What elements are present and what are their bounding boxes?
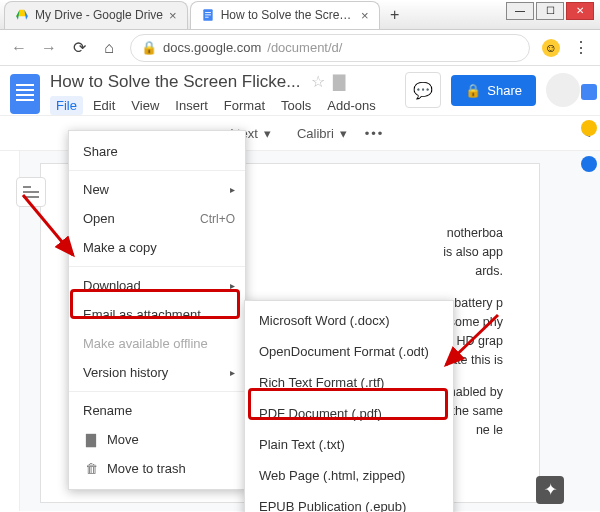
lock-icon: 🔒 — [465, 83, 481, 98]
file-menu-dropdown: Share New▸ OpenCtrl+O Make a copy Downlo… — [68, 130, 246, 490]
keep-icon[interactable] — [581, 120, 597, 136]
menu-item-new[interactable]: New▸ — [69, 175, 245, 204]
download-submenu: Microsoft Word (.docx) OpenDocument Form… — [244, 300, 454, 512]
docs-app-icon[interactable] — [10, 74, 40, 114]
menu-item-rename[interactable]: Rename — [69, 396, 245, 425]
profile-icon[interactable]: ☺ — [542, 39, 560, 57]
menu-item-trash[interactable]: 🗑Move to trash — [69, 454, 245, 483]
forward-button[interactable]: → — [40, 39, 58, 57]
outline-button[interactable] — [16, 177, 46, 207]
submenu-item-rtf[interactable]: Rich Text Format (.rtf) — [245, 367, 453, 398]
account-avatar[interactable] — [546, 73, 580, 107]
reload-button[interactable]: ⟳ — [70, 38, 88, 57]
address-bar: ← → ⟳ ⌂ 🔒 docs.google.com/document/d/ ☺ … — [0, 30, 600, 66]
close-icon[interactable]: × — [361, 8, 369, 23]
share-button[interactable]: 🔒 Share — [451, 75, 536, 106]
more-icon[interactable]: ••• — [365, 126, 385, 141]
window-controls: — ☐ ✕ — [506, 2, 594, 20]
chevron-right-icon: ▸ — [230, 367, 235, 378]
menu-bar: File Edit View Insert Format Tools Add-o… — [50, 96, 395, 115]
back-button[interactable]: ← — [10, 39, 28, 57]
menu-item-make-copy[interactable]: Make a copy — [69, 233, 245, 262]
calendar-icon[interactable] — [581, 84, 597, 100]
folder-icon[interactable]: ▇ — [333, 73, 345, 90]
menu-item-email[interactable]: Email as attachment — [69, 300, 245, 329]
new-tab-button[interactable]: + — [382, 2, 408, 28]
menu-item-open[interactable]: OpenCtrl+O — [69, 204, 245, 233]
svg-rect-4 — [205, 12, 211, 13]
menu-format[interactable]: Format — [218, 96, 271, 115]
url-path: /document/d/ — [267, 40, 342, 55]
chevron-down-icon: ▾ — [264, 126, 271, 141]
submenu-item-txt[interactable]: Plain Text (.txt) — [245, 429, 453, 460]
submenu-item-html[interactable]: Web Page (.html, zipped) — [245, 460, 453, 491]
folder-icon: ▇ — [83, 432, 99, 447]
tab-title: How to Solve the Screen Flick — [221, 8, 355, 22]
maximize-button[interactable]: ☐ — [536, 2, 564, 20]
share-label: Share — [487, 83, 522, 98]
submenu-item-docx[interactable]: Microsoft Word (.docx) — [245, 305, 453, 336]
menu-item-version-history[interactable]: Version history▸ — [69, 358, 245, 387]
minimize-button[interactable]: — — [506, 2, 534, 20]
menu-item-move[interactable]: ▇Move — [69, 425, 245, 454]
menu-icon[interactable]: ⋮ — [572, 38, 590, 57]
comments-button[interactable]: 💬 — [405, 72, 441, 108]
chevron-right-icon: ▸ — [230, 280, 235, 291]
tab-title: My Drive - Google Drive — [35, 8, 163, 22]
browser-tab-drive[interactable]: My Drive - Google Drive × — [4, 1, 188, 29]
menu-view[interactable]: View — [125, 96, 165, 115]
menu-file[interactable]: File — [50, 96, 83, 115]
lock-icon: 🔒 — [141, 40, 157, 55]
chevron-down-icon: ▾ — [340, 126, 347, 141]
document-title[interactable]: How to Solve the Screen Flicke... — [50, 72, 300, 91]
drive-icon — [15, 8, 29, 22]
menu-item-offline: Make available offline — [69, 329, 245, 358]
docs-icon — [201, 8, 215, 22]
svg-rect-5 — [205, 14, 211, 15]
submenu-item-pdf[interactable]: PDF Document (.pdf) — [245, 398, 453, 429]
window-titlebar: My Drive - Google Drive × How to Solve t… — [0, 0, 600, 30]
url-host: docs.google.com — [163, 40, 261, 55]
browser-tab-docs[interactable]: How to Solve the Screen Flick × — [190, 1, 380, 29]
svg-rect-6 — [205, 17, 209, 18]
side-panel-rail — [578, 66, 600, 172]
docs-header: How to Solve the Screen Flicke... ☆ ▇ Fi… — [0, 66, 600, 115]
close-button[interactable]: ✕ — [566, 2, 594, 20]
submenu-item-odt[interactable]: OpenDocument Format (.odt) — [245, 336, 453, 367]
tasks-icon[interactable] — [581, 156, 597, 172]
menu-tools[interactable]: Tools — [275, 96, 317, 115]
font-select[interactable]: Calibri▾ — [289, 124, 355, 143]
url-bar[interactable]: 🔒 docs.google.com/document/d/ — [130, 34, 530, 62]
trash-icon: 🗑 — [83, 461, 99, 476]
menu-insert[interactable]: Insert — [169, 96, 214, 115]
home-button[interactable]: ⌂ — [100, 39, 118, 57]
star-icon[interactable]: ☆ — [311, 73, 325, 90]
menu-item-download[interactable]: Download▸ — [69, 271, 245, 300]
explore-button[interactable]: ✦ — [536, 476, 564, 504]
submenu-item-epub[interactable]: EPUB Publication (.epub) — [245, 491, 453, 512]
menu-addons[interactable]: Add-ons — [321, 96, 381, 115]
chevron-right-icon: ▸ — [230, 184, 235, 195]
menu-item-share[interactable]: Share — [69, 137, 245, 166]
menu-edit[interactable]: Edit — [87, 96, 121, 115]
close-icon[interactable]: × — [169, 8, 177, 23]
